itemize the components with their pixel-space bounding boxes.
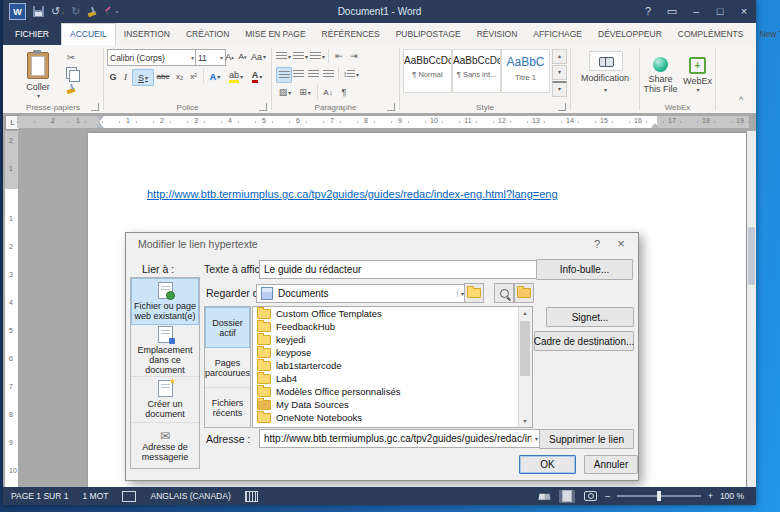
show-marks-button[interactable]: ¶ — [338, 85, 350, 99]
zoom-slider-thumb[interactable] — [657, 491, 661, 501]
file-row[interactable]: OneNote Notebooks — [253, 411, 532, 424]
language-indicator[interactable]: ANGLAIS (CANADA) — [150, 491, 230, 501]
tab-complements[interactable]: COMPLÉMENTS — [670, 23, 752, 45]
bullets-button[interactable]: ▾ — [276, 49, 291, 63]
tab-new-tab[interactable]: New Tab — [751, 23, 780, 45]
bold-button[interactable]: G — [107, 69, 119, 84]
close-button[interactable]: × — [732, 0, 756, 23]
strikethrough-button[interactable]: abc — [154, 69, 172, 84]
browse-file-button[interactable] — [514, 283, 534, 303]
tab-fichier[interactable]: FICHIER — [3, 23, 61, 45]
hanging-indent-marker[interactable] — [96, 123, 104, 128]
zoom-slider[interactable] — [617, 495, 701, 497]
file-row[interactable]: lab1startercode — [253, 359, 532, 372]
dialog-help-button[interactable]: ? — [588, 236, 606, 252]
align-right-button[interactable] — [306, 67, 320, 81]
superscript-button[interactable]: x² — [187, 69, 200, 84]
font-size-combo[interactable]: 11▾ — [195, 49, 226, 66]
word-count[interactable]: 1 MOT — [82, 491, 108, 501]
browsed-pages-button[interactable]: Pages parcourues — [205, 348, 250, 388]
align-left-button[interactable] — [276, 67, 292, 83]
web-layout-button[interactable] — [582, 490, 598, 503]
link-to-create-document[interactable]: Créer un document — [131, 377, 199, 423]
font-dialog-launcher[interactable] — [259, 103, 267, 111]
cancel-button[interactable]: Annuler — [584, 455, 638, 474]
subscript-button[interactable]: x₂ — [173, 69, 186, 84]
grow-font-button[interactable]: A▴ — [223, 49, 236, 64]
decrease-indent-button[interactable]: ⇤ — [332, 49, 346, 63]
document-hyperlink[interactable]: http://www.btb.termiumplus.gc.ca/tpv2gui… — [147, 188, 558, 200]
collapse-ribbon-button[interactable]: ^ — [733, 93, 749, 107]
recent-files-button[interactable]: Fichiers récents — [205, 388, 250, 427]
numbering-button[interactable]: ▾ — [293, 49, 308, 63]
page-indicator[interactable]: PAGE 1 SUR 1 — [11, 491, 68, 501]
read-mode-button[interactable] — [536, 490, 552, 503]
cut-button[interactable]: ✂ — [63, 50, 79, 64]
scrollbar-thumb[interactable] — [748, 227, 755, 285]
webex-button[interactable]: + WebEx ▾ — [681, 49, 714, 101]
file-row[interactable]: keypose — [253, 346, 532, 359]
paste-button[interactable]: Coller ▾ — [19, 48, 57, 103]
font-name-combo[interactable]: Calibri (Corps)▾ — [107, 49, 197, 66]
zoom-in-button[interactable]: + — [708, 491, 713, 501]
vertical-ruler[interactable]: 2112345678910 — [5, 131, 18, 487]
paragraph-dialog-launcher[interactable] — [387, 103, 395, 111]
underline-button[interactable]: S▾ — [132, 69, 154, 86]
clipboard-dialog-launcher[interactable] — [91, 103, 99, 111]
style-gallery-more[interactable]: ▾ — [552, 81, 567, 97]
tab-revision[interactable]: RÉVISION — [469, 23, 526, 45]
first-line-indent-marker[interactable] — [96, 116, 104, 121]
tab-developpeur[interactable]: DÉVELOPPEUR — [590, 23, 670, 45]
sort-button[interactable]: A↓ — [320, 85, 336, 99]
file-row[interactable]: Modèles Office personnalisés — [253, 385, 532, 398]
highlight-button[interactable]: ab▾ — [226, 69, 246, 84]
macro-record-icon[interactable] — [245, 491, 258, 502]
up-one-folder-button[interactable] — [464, 283, 484, 303]
dialog-close-button[interactable]: × — [612, 236, 630, 252]
shrink-font-button[interactable]: A▾ — [236, 49, 249, 64]
zoom-out-button[interactable]: – — [605, 491, 610, 501]
tab-accueil[interactable]: ACCUEIL — [61, 23, 116, 45]
look-in-combo[interactable]: Documents ▾ — [256, 284, 469, 303]
copy-button[interactable] — [63, 66, 79, 80]
file-row[interactable]: Lab4 — [253, 372, 532, 385]
display-text-input[interactable]: Le guide du rédacteur — [259, 260, 539, 279]
remove-link-button[interactable]: Supprimer le lien — [539, 429, 634, 449]
current-folder-button[interactable]: Dossier actif — [205, 307, 250, 348]
file-row[interactable]: Custom Office Templates — [253, 307, 532, 320]
vertical-scrollbar[interactable] — [747, 131, 756, 487]
tab-publipostage[interactable]: PUBLIPOSTAGE — [388, 23, 469, 45]
group-editing[interactable]: Modification ▾ — [571, 45, 639, 113]
file-list-scrollbar[interactable]: ▴ ▾ — [518, 307, 532, 427]
style-scroll-up[interactable]: ▴ — [552, 49, 567, 64]
address-combo[interactable]: http://www.btb.termiumplus.gc.ca/tpv2gui… — [259, 429, 543, 448]
increase-indent-button[interactable]: ⇥ — [347, 49, 361, 63]
tab-affichage[interactable]: AFFICHAGE — [525, 23, 590, 45]
borders-button[interactable]: ⊞▾ — [296, 85, 314, 99]
file-list-scroll-thumb[interactable] — [520, 321, 530, 376]
print-layout-button[interactable] — [559, 490, 575, 503]
zoom-level[interactable]: 100 % — [720, 491, 744, 501]
target-frame-button[interactable]: Cadre de destination... — [534, 331, 634, 351]
align-center-button[interactable] — [291, 67, 305, 81]
justify-button[interactable] — [321, 67, 335, 81]
style-heading1[interactable]: AaBbC Titre 1 — [501, 49, 550, 93]
format-painter-button[interactable] — [63, 82, 79, 96]
screentip-button[interactable]: Info-bulle... — [536, 259, 633, 280]
help-button[interactable]: ? — [636, 0, 660, 23]
tab-references[interactable]: RÉFÉRENCES — [314, 23, 388, 45]
font-color-button[interactable]: A▾ — [248, 69, 266, 84]
right-indent-marker[interactable] — [651, 123, 659, 128]
ok-button[interactable]: OK — [519, 455, 576, 474]
file-row[interactable]: My Data Sources — [253, 398, 532, 411]
change-case-button[interactable]: Aa▾ — [250, 49, 267, 64]
file-list[interactable]: Custom Office Templates FeedbackHub keyj… — [252, 306, 533, 428]
multilevel-list-button[interactable]: ▾ — [310, 49, 325, 63]
style-scroll-down[interactable]: ▾ — [552, 65, 567, 80]
maximize-button[interactable]: □ — [708, 0, 732, 23]
tab-creation[interactable]: CRÉATION — [178, 23, 237, 45]
scroll-down-arrow[interactable]: ▾ — [519, 415, 531, 427]
link-to-existing-file[interactable]: Fichier ou page web existant(e) — [131, 278, 199, 325]
share-this-file-button[interactable]: Share This File — [641, 49, 680, 101]
style-normal[interactable]: AaBbCcDc ¶ Normal — [403, 49, 452, 93]
